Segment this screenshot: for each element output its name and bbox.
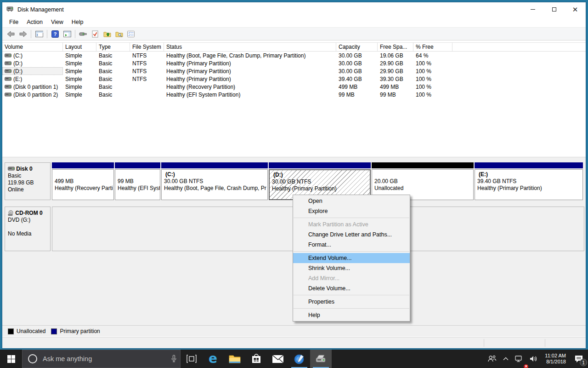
folder-search-icon[interactable] [113,29,124,40]
volume-cell-capacity: 39.40 GB [336,75,378,83]
title-bar[interactable]: Disk Management ✕ [2,2,586,17]
volume-cell-capacity: 30.00 GB [336,52,378,59]
action-pane-icon[interactable] [62,29,73,40]
cdrom-label[interactable]: CD-ROM 0 DVD (G:) No Media [5,207,51,251]
disk0-status: Online [8,186,24,193]
disk-utility-icon[interactable] [288,350,310,368]
context-menu-item-mark-partition-as-active[interactable]: Mark Partition as Active [293,219,410,230]
context-menu-item-format[interactable]: Format... [293,240,410,250]
partition-healthy[interactable]: 499 MBHealthy (Recovery Parti [52,162,114,200]
context-menu-separator [294,308,409,309]
volume-drive-icon [5,53,11,58]
volume-row[interactable]: (D:)SimpleBasicNTFSHealthy (Primary Part… [2,59,586,67]
status-bar-divider [484,339,484,347]
partition-name [374,171,471,178]
context-menu-item-delete-volume[interactable]: Delete Volume... [293,283,410,293]
volume-cell-name: (D:) [2,67,63,75]
context-menu-item-properties[interactable]: Properties [293,297,410,307]
volume-cell-type: Basic [96,83,130,91]
minimize-button[interactable] [522,2,543,17]
menu-bar: File Action View Help [2,17,586,27]
help-icon[interactable]: ? [50,29,61,40]
taskbar: Ask me anything e ✕ [0,350,588,368]
partition-body[interactable]: 499 MBHealthy (Recovery Parti [52,169,114,200]
context-menu-item-extend-volume[interactable]: Extend Volume... [293,253,410,263]
volume-cell-type: Basic [96,52,130,59]
mail-icon[interactable] [267,350,288,368]
volume-row[interactable]: (C:)SimpleBasicNTFSHealthy (Boot, Page F… [2,52,586,59]
column-header-status[interactable]: Status [164,43,336,51]
folder-up-icon[interactable] [102,29,113,40]
task-list-icon[interactable] [125,29,136,40]
volume-row[interactable]: (Disk 0 partition 2)SimpleBasicHealthy (… [2,91,586,98]
volume-cell-free: 29.90 GB [378,67,413,75]
back-icon[interactable] [6,29,17,40]
volume-cell-type: Basic [96,59,130,67]
edge-icon[interactable]: e [202,350,224,368]
toolbar: ? [2,27,586,40]
context-menu-item-open[interactable]: Open [293,196,410,206]
volume-cell-layout: Simple [63,75,96,83]
context-menu-item-help[interactable]: Help [293,310,410,320]
column-header-type[interactable]: Type [96,43,130,51]
partition-healthy[interactable]: 99 MBHealthy (EFI Syst [115,162,160,200]
volume-row[interactable]: (Disk 0 partition 1)SimpleBasicHealthy (… [2,83,586,91]
menu-file[interactable]: File [5,17,23,27]
partition-header-bar [52,162,114,168]
clock-time: 11:02 AM [545,353,566,358]
menu-action[interactable]: Action [23,17,47,27]
disk0-size: 119.98 GB [8,179,34,186]
search-input[interactable]: Ask me anything [22,350,181,368]
toolbar-separator [47,30,47,38]
microphone-icon[interactable] [168,350,180,368]
column-header-volume[interactable]: Volume [2,43,63,51]
column-header-capacity[interactable]: Capacity [336,43,378,51]
disk-management-app-icon [6,6,14,14]
partition-body[interactable]: (E:)39.40 GB NTFSHealthy (Primary Partit… [475,169,583,200]
column-header-file-system[interactable]: File System [130,43,164,51]
partition-header-bar [372,162,474,168]
task-view-button[interactable] [181,350,202,368]
partition-body[interactable]: 99 MBHealthy (EFI Syst [115,169,160,200]
maximize-button[interactable] [543,2,565,17]
disk-management-icon[interactable] [310,350,332,368]
partition-c[interactable]: (C:)30.00 GB NTFSHealthy (Boot, Page Fil… [161,162,268,200]
windows-logo-icon [7,355,15,363]
network-icon[interactable]: ✕ [512,350,526,368]
partition-name: (E:) [477,171,580,178]
people-icon[interactable] [484,350,500,368]
volume-row[interactable]: (D:)SimpleBasicNTFSHealthy (Primary Part… [2,67,586,75]
file-explorer-icon[interactable] [224,350,245,368]
console-tree-icon[interactable] [34,29,45,40]
check-document-icon[interactable] [90,29,101,40]
volume-cell-name: (Disk 0 partition 2) [2,91,63,98]
store-icon[interactable] [245,350,267,368]
action-center-icon[interactable]: 1 [570,350,588,368]
column-header-%-free[interactable]: % Free [413,43,452,51]
partition-body[interactable]: (C:)30.00 GB NTFSHealthy (Boot, Page Fil… [161,169,268,200]
volume-cell-layout: Simple [63,52,96,59]
start-button[interactable] [0,350,22,368]
volume-cell-pct: 100 % [413,91,452,98]
volume-icon[interactable] [526,350,541,368]
primary-partition-legend-label: Primary partition [60,328,100,334]
close-button[interactable]: ✕ [565,2,586,17]
context-menu-item-change-drive-letter-and-paths[interactable]: Change Drive Letter and Paths... [293,230,410,240]
context-menu-item-add-mirror[interactable]: Add Mirror... [293,273,410,283]
menu-view[interactable]: View [47,17,68,27]
forward-icon[interactable] [17,29,28,40]
clock[interactable]: 11:02 AM 8/1/2018 [541,353,570,365]
status-bar-divider [545,339,545,347]
context-menu-item-shrink-volume[interactable]: Shrink Volume... [293,263,410,273]
disk0-label[interactable]: Disk 0 Basic 119.98 GB Online [5,162,51,200]
column-header-layout[interactable]: Layout [63,43,96,51]
volume-table-header: VolumeLayoutTypeFile SystemStatusCapacit… [2,43,586,52]
column-header-free-spa-[interactable]: Free Spa... [378,43,413,51]
volume-row[interactable]: (E:)SimpleBasicNTFSHealthy (Primary Part… [2,75,586,83]
device-properties-icon[interactable] [78,29,89,40]
partition-e[interactable]: (E:)39.40 GB NTFSHealthy (Primary Partit… [475,162,583,200]
chevron-up-icon[interactable] [500,350,512,368]
menu-help[interactable]: Help [68,17,88,27]
context-menu-item-explore[interactable]: Explore [293,206,410,216]
volume-cell-pct: 100 % [413,67,452,75]
